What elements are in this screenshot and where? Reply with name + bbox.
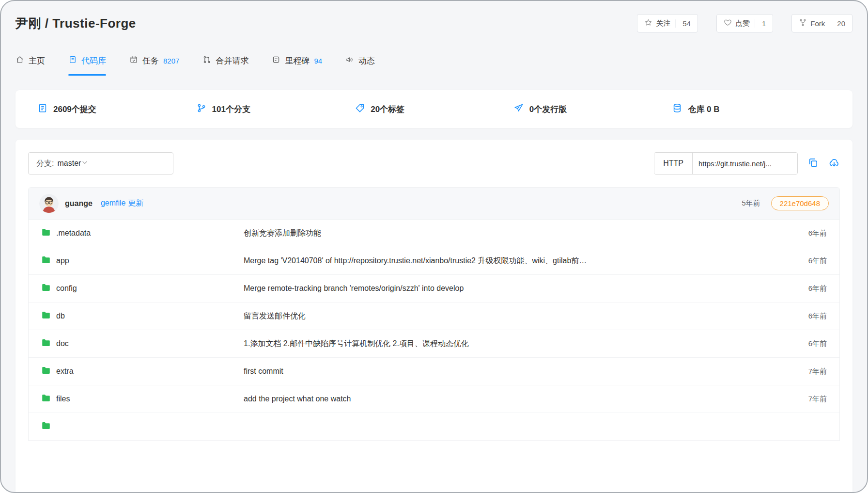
database-icon bbox=[672, 103, 682, 116]
tab-home[interactable]: 主页 bbox=[16, 46, 45, 76]
latest-commit-row: guange gemfile 更新 5年前 221e70d648 bbox=[29, 188, 839, 220]
stat-releases[interactable]: 0个发行版 bbox=[513, 103, 672, 116]
app-window: 尹刚 / Trustie-Forge 关注 54 点赞 1 For bbox=[0, 0, 868, 493]
fork-count: 20 bbox=[830, 19, 845, 28]
file-name-cell bbox=[41, 421, 244, 432]
table-row[interactable]: .metadata 创新竞赛添加删除功能 6年前 bbox=[29, 220, 839, 247]
stat-label: 0个发行版 bbox=[529, 104, 567, 115]
home-icon bbox=[16, 55, 24, 66]
file-name: .metadata bbox=[56, 229, 91, 238]
stat-branches[interactable]: 101个分支 bbox=[196, 103, 355, 116]
tab-label: 主页 bbox=[29, 55, 45, 66]
folder-icon bbox=[41, 283, 51, 294]
file-time: 6年前 bbox=[808, 256, 827, 266]
tag-icon bbox=[355, 103, 365, 116]
repo-icon bbox=[68, 55, 77, 66]
file-name: app bbox=[56, 256, 69, 265]
code-browser-card: 分支: master HTTP bbox=[16, 140, 852, 493]
stat-commits[interactable]: 2609个提交 bbox=[37, 103, 196, 116]
table-row[interactable]: db 留言发送邮件优化 6年前 bbox=[29, 302, 839, 330]
protocol-button[interactable]: HTTP bbox=[654, 153, 693, 174]
repo-stats-bar: 2609个提交 101个分支 20个标签 0个发行版 仓库 0 B bbox=[16, 90, 852, 128]
tab-label: 动态 bbox=[358, 55, 375, 66]
stat-label: 101个分支 bbox=[212, 104, 250, 115]
download-button[interactable] bbox=[828, 157, 840, 170]
fork-label: Fork bbox=[810, 19, 825, 28]
file-commit-message[interactable]: first commit bbox=[244, 367, 808, 376]
task-icon bbox=[129, 55, 138, 66]
file-name-cell[interactable]: config bbox=[41, 283, 244, 294]
file-name-cell[interactable]: extra bbox=[41, 366, 244, 377]
file-commit-message[interactable]: Merge tag 'V20140708' of http://reposito… bbox=[244, 256, 808, 266]
commit-author[interactable]: guange bbox=[65, 199, 93, 208]
file-time: 7年前 bbox=[808, 395, 827, 404]
code-toolbar: 分支: master HTTP bbox=[28, 152, 840, 175]
tab-pulls[interactable]: 合并请求 bbox=[202, 46, 248, 76]
clone-url-group: HTTP bbox=[654, 152, 798, 175]
stat-label: 2609个提交 bbox=[53, 104, 96, 115]
clone-url-input[interactable] bbox=[693, 153, 797, 174]
stat-tags[interactable]: 20个标签 bbox=[355, 103, 513, 116]
file-commit-message[interactable]: add the project what one watch bbox=[244, 395, 808, 403]
folder-icon bbox=[41, 311, 51, 321]
folder-icon bbox=[41, 228, 51, 239]
file-time: 6年前 bbox=[808, 312, 827, 321]
file-table: guange gemfile 更新 5年前 221e70d648 .metada… bbox=[28, 187, 840, 441]
file-name-cell[interactable]: .metadata bbox=[41, 228, 244, 239]
commit-icon bbox=[37, 103, 48, 116]
file-name: config bbox=[56, 284, 77, 293]
folder-icon bbox=[41, 394, 51, 404]
file-time: 6年前 bbox=[808, 284, 827, 293]
praise-button[interactable]: 点赞 1 bbox=[716, 14, 773, 32]
fork-icon bbox=[799, 18, 810, 28]
table-row[interactable]: app Merge tag 'V20140708' of http://repo… bbox=[29, 247, 839, 275]
file-commit-message[interactable]: 1.添加文档 2.邮件中缺陷序号计算机制优化 2.项目、课程动态优化 bbox=[244, 339, 808, 349]
fork-button[interactable]: Fork 20 bbox=[791, 14, 852, 32]
file-name: db bbox=[56, 312, 65, 320]
branch-label: 分支: bbox=[36, 159, 54, 169]
table-row-partial[interactable] bbox=[29, 413, 839, 441]
praise-count: 1 bbox=[755, 19, 766, 28]
page-title[interactable]: 尹刚 / Trustie-Forge bbox=[16, 15, 136, 32]
file-name: doc bbox=[56, 339, 69, 348]
tab-activity[interactable]: 动态 bbox=[345, 46, 375, 76]
folder-icon bbox=[41, 255, 51, 266]
clone-controls: HTTP bbox=[654, 152, 840, 175]
file-commit-message[interactable]: Merge remote-tracking branch 'remotes/or… bbox=[244, 284, 808, 293]
tab-label: 里程碑 bbox=[285, 55, 310, 66]
tab-issues[interactable]: 任务 8207 bbox=[129, 46, 179, 76]
tab-code[interactable]: 代码库 bbox=[68, 46, 106, 76]
copy-icon bbox=[807, 157, 819, 170]
branch-selector[interactable]: 分支: master bbox=[28, 152, 173, 175]
copy-button[interactable] bbox=[807, 157, 819, 170]
milestone-icon bbox=[272, 55, 280, 66]
milestones-count-badge: 94 bbox=[314, 57, 322, 65]
branch-value: master bbox=[57, 159, 81, 168]
table-row[interactable]: config Merge remote-tracking branch 'rem… bbox=[29, 275, 839, 302]
release-icon bbox=[513, 103, 524, 116]
file-commit-message[interactable]: 创新竞赛添加删除功能 bbox=[244, 228, 808, 239]
avatar[interactable] bbox=[39, 194, 59, 213]
commit-hash-badge[interactable]: 221e70d648 bbox=[771, 196, 829, 210]
file-name-cell[interactable]: doc bbox=[41, 338, 244, 349]
cloud-download-icon bbox=[828, 157, 840, 170]
file-name: files bbox=[56, 395, 70, 403]
file-commit-message[interactable]: 留言发送邮件优化 bbox=[244, 311, 808, 321]
file-name-cell[interactable]: db bbox=[41, 311, 244, 321]
tab-label: 合并请求 bbox=[216, 55, 248, 66]
heart-icon bbox=[724, 18, 735, 28]
tab-milestones[interactable]: 里程碑 94 bbox=[272, 46, 322, 76]
watch-button[interactable]: 关注 54 bbox=[637, 14, 698, 32]
file-name-cell[interactable]: app bbox=[41, 255, 244, 266]
table-row[interactable]: files add the project what one watch 7年前 bbox=[29, 385, 839, 413]
tab-label: 代码库 bbox=[81, 55, 106, 66]
commit-message-link[interactable]: gemfile 更新 bbox=[101, 198, 143, 208]
table-row[interactable]: extra first commit 7年前 bbox=[29, 358, 839, 385]
file-name-cell[interactable]: files bbox=[41, 394, 244, 404]
stat-repo-size[interactable]: 仓库 0 B bbox=[672, 103, 831, 116]
stat-label: 仓库 0 B bbox=[688, 104, 719, 115]
table-row[interactable]: doc 1.添加文档 2.邮件中缺陷序号计算机制优化 2.项目、课程动态优化 6… bbox=[29, 330, 839, 358]
file-time: 6年前 bbox=[808, 339, 827, 349]
file-name: extra bbox=[56, 367, 74, 376]
watch-count: 54 bbox=[675, 19, 691, 28]
